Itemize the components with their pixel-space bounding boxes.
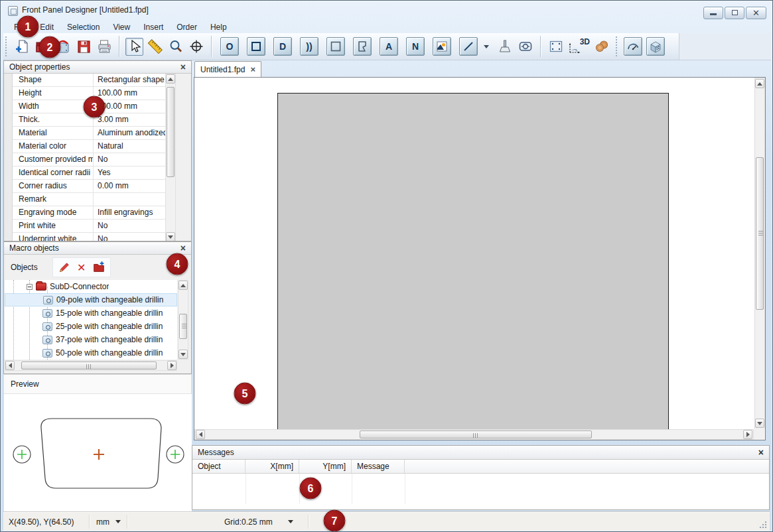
column-object[interactable]: Object	[192, 460, 246, 473]
close-button[interactable]: ✕	[746, 7, 766, 19]
property-value[interactable]: Rectangular shape	[94, 74, 165, 86]
scroll-down-button[interactable]	[166, 232, 175, 241]
property-value[interactable]: No	[94, 220, 165, 232]
menu-selection[interactable]: Selection	[60, 22, 106, 33]
measure-tool-button[interactable]	[146, 38, 164, 56]
view-3d-button[interactable]: 3D	[567, 38, 590, 56]
tree-item[interactable]: 15-pole with changeable drillin	[5, 306, 177, 320]
tree-item[interactable]: 50-pole with changeable drillin	[5, 346, 177, 360]
select-tool-button[interactable]	[125, 38, 143, 56]
property-row[interactable]: ShapeRectangular shape	[13, 74, 165, 87]
property-row[interactable]: Print whiteNo	[13, 220, 165, 233]
menu-insert[interactable]: Insert	[137, 22, 170, 33]
menu-view[interactable]: View	[106, 22, 137, 33]
scroll-left-button[interactable]	[196, 430, 205, 439]
property-value[interactable]: Natural	[94, 140, 165, 153]
origin-tool-button[interactable]	[187, 38, 205, 56]
column-message[interactable]: Message	[352, 460, 405, 473]
tree-item[interactable]: 37-pole with changeable drillin	[5, 333, 177, 346]
property-value[interactable]: Yes	[94, 166, 165, 179]
free-contour-tool[interactable]	[353, 37, 372, 56]
property-row[interactable]: Identical corner radiiYes	[13, 166, 165, 180]
object-properties-header[interactable]: Object properties ×	[4, 61, 191, 74]
panel-corners-button[interactable]	[547, 38, 565, 56]
add-macro-folder-button[interactable]	[90, 259, 107, 275]
property-value[interactable]: No	[94, 153, 165, 166]
curve-tool[interactable]: N	[406, 37, 425, 56]
scrollbar-thumb[interactable]	[21, 362, 157, 369]
column-x[interactable]: X[mm]	[246, 460, 299, 473]
property-row[interactable]: Engraving modeInfill engravings	[13, 206, 165, 220]
save-button[interactable]	[74, 38, 92, 56]
property-value[interactable]: 3.00 mm	[94, 113, 165, 126]
scrollbar-thumb[interactable]	[167, 87, 175, 177]
delete-macro-button[interactable]: ✕	[73, 259, 90, 275]
scroll-up-button[interactable]	[178, 281, 188, 290]
front-panel-object[interactable]	[277, 93, 669, 429]
macro-tree-hscrollbar[interactable]	[5, 360, 177, 371]
text-tool[interactable]: A	[380, 37, 398, 56]
property-value[interactable]: 0.00 mm	[94, 180, 165, 192]
object-properties-close-icon[interactable]: ×	[180, 62, 186, 72]
canvas-hscrollbar[interactable]	[194, 429, 754, 440]
document-tab[interactable]: Untitled1.fpd ×	[194, 61, 261, 77]
toolbar-grip[interactable]	[616, 36, 619, 56]
scroll-left-button[interactable]	[5, 361, 15, 370]
messages-close-icon[interactable]: ×	[758, 447, 764, 458]
property-row[interactable]: Customer provided mNo	[13, 153, 165, 166]
zoom-tool-button[interactable]	[167, 38, 184, 56]
tab-close-icon[interactable]: ×	[250, 64, 255, 74]
enclosure-button[interactable]	[646, 37, 665, 56]
image-tool[interactable]	[433, 37, 451, 56]
property-row[interactable]: Material colorNatural	[13, 140, 165, 153]
macro-tree-scrollbar[interactable]	[178, 280, 188, 360]
print-button[interactable]	[95, 38, 113, 56]
scrollbar-thumb[interactable]	[179, 314, 187, 339]
scroll-right-button[interactable]	[167, 361, 176, 370]
gauge-button[interactable]	[624, 37, 642, 56]
unit-dropdown-arrow[interactable]	[115, 520, 121, 523]
messages-header[interactable]: Messages ×	[192, 446, 769, 460]
scroll-right-button[interactable]	[743, 430, 752, 439]
unit-dropdown[interactable]: mm	[96, 517, 109, 527]
edit-macro-button[interactable]	[56, 259, 73, 275]
properties-scrollbar[interactable]	[165, 74, 176, 241]
macro-objects-header[interactable]: Macro objects ×	[4, 242, 191, 255]
new-file-button[interactable]	[13, 38, 31, 56]
stud-tool-button[interactable]	[496, 38, 514, 56]
restore-button[interactable]	[725, 7, 744, 19]
grid-dropdown-arrow[interactable]	[288, 520, 293, 523]
toolbar-grip[interactable]	[5, 36, 9, 56]
rectangle-tool[interactable]	[326, 37, 345, 56]
resize-grip[interactable]	[758, 520, 767, 529]
messages-list[interactable]	[192, 474, 769, 509]
minimize-button[interactable]	[703, 7, 723, 19]
price-button[interactable]	[593, 38, 610, 56]
rect-hole-tool[interactable]	[247, 37, 265, 56]
scroll-down-button[interactable]	[755, 419, 764, 428]
property-value[interactable]: No	[94, 233, 165, 241]
tree-item[interactable]: 25-pole with changeable drillin	[5, 320, 177, 333]
property-value[interactable]: Infill engravings	[94, 206, 165, 219]
collapse-icon[interactable]	[27, 284, 33, 290]
cavity-tool-button[interactable]	[516, 38, 534, 56]
scrollbar-thumb[interactable]	[756, 157, 764, 310]
property-value[interactable]: 100.00 mm	[94, 87, 165, 100]
title-bar[interactable]: Front Panel Designer [Untitled1.fpd] ✕	[1, 1, 772, 21]
property-row[interactable]: Underprint whiteNo	[13, 233, 165, 241]
design-canvas[interactable]	[194, 77, 766, 440]
menu-help[interactable]: Help	[204, 22, 234, 33]
scroll-up-button[interactable]	[755, 79, 764, 88]
scroll-down-button[interactable]	[178, 350, 188, 359]
tree-item[interactable]: 09-pole with changeable drillin	[5, 293, 177, 306]
property-value[interactable]: Aluminum anodized	[94, 127, 165, 139]
property-row[interactable]: Remark	[13, 193, 165, 206]
canvas-vscrollbar[interactable]	[754, 78, 765, 429]
menu-order[interactable]: Order	[170, 22, 204, 33]
column-y[interactable]: Y[mm]	[299, 460, 352, 473]
scrollbar-thumb[interactable]	[360, 431, 592, 438]
line-tool[interactable]	[459, 37, 478, 56]
grid-dropdown[interactable]: Grid:0.25 mm	[224, 517, 273, 527]
line-tool-dropdown[interactable]	[484, 45, 489, 48]
property-row[interactable]: Corner radius0.00 mm	[13, 180, 165, 193]
